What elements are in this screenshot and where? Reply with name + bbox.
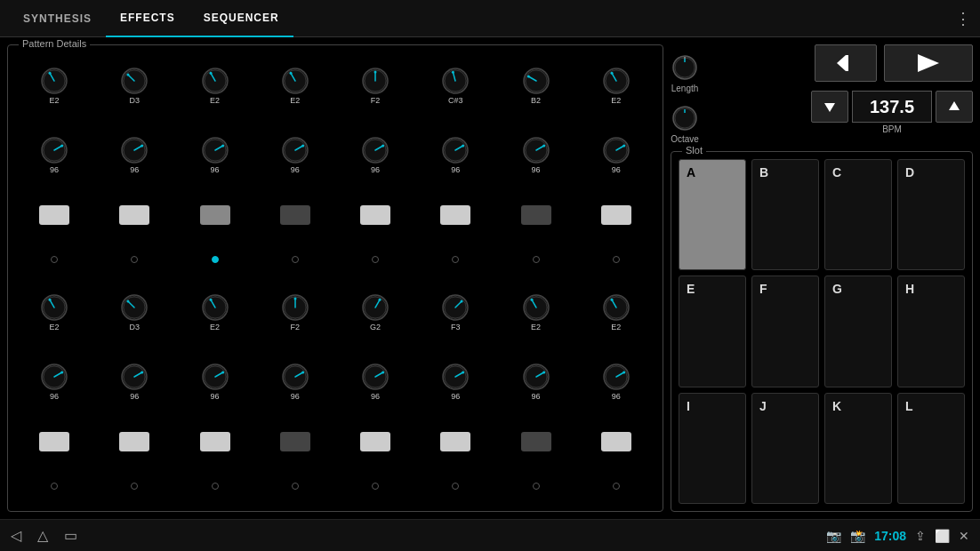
svg-line-113 <box>451 91 452 92</box>
note-knob-r2-s1[interactable]: E2 <box>40 293 68 331</box>
seq-button-r1-s3[interactable] <box>200 205 230 225</box>
svg-line-117 <box>444 76 446 77</box>
vel-knob-r1-s8[interactable]: 96 <box>602 136 631 174</box>
seq-button-r1-s8[interactable] <box>601 205 631 225</box>
bpm-up-button[interactable] <box>936 91 973 123</box>
svg-line-495 <box>43 381 44 382</box>
slot-cell-j[interactable]: J <box>751 393 819 504</box>
slot-cell-h[interactable]: H <box>897 276 965 387</box>
seq-button-r1-s4[interactable] <box>280 205 310 225</box>
screen-icon[interactable]: ⬜ <box>935 529 950 543</box>
tab-synthesis[interactable]: SYNTHESIS <box>9 0 106 37</box>
vel-knob-r1-s6[interactable]: 96 <box>441 136 470 174</box>
note-knob-r2-s3[interactable]: E2 <box>201 293 229 331</box>
slot-cell-k[interactable]: K <box>824 393 892 504</box>
slot-cell-d[interactable]: D <box>897 159 965 270</box>
vel-knob-r1-s1[interactable]: 96 <box>40 136 68 174</box>
svg-line-105 <box>460 69 461 71</box>
vel-knob-r1-s7[interactable]: 96 <box>522 136 550 174</box>
vel-knob-r2-s7[interactable]: 96 <box>522 363 550 401</box>
vel-knob-r2-s5[interactable]: 96 <box>361 363 390 401</box>
note-knob-r2-s8[interactable]: E2 <box>602 293 631 331</box>
note-knob-r1-s3[interactable]: E2 <box>201 67 229 105</box>
note-knob-r1-s2[interactable]: D3 <box>120 67 149 105</box>
close-icon[interactable]: ✕ <box>959 529 969 543</box>
svg-line-217 <box>204 146 205 147</box>
bpm-controls: 137.5 <box>811 91 973 123</box>
length-knob[interactable] <box>671 53 699 82</box>
slot-cell-l[interactable]: L <box>897 393 965 504</box>
svg-line-565 <box>380 365 381 367</box>
note-knob-r2-s7[interactable]: E2 <box>522 293 550 331</box>
note-knob-r2-s6[interactable]: F3 <box>441 293 470 331</box>
vel-knob-r2-s3[interactable]: 96 <box>201 363 229 401</box>
seq-button-r2-s5[interactable] <box>360 432 390 451</box>
svg-line-71 <box>299 91 300 92</box>
seq-button-r2-s3[interactable] <box>200 432 230 451</box>
svg-line-229 <box>305 155 307 156</box>
svg-line-67 <box>305 76 307 77</box>
back-icon[interactable]: ◁ <box>11 527 21 544</box>
slot-cell-i[interactable]: I <box>679 393 746 504</box>
seq-button-r1-s7[interactable] <box>521 205 551 225</box>
svg-line-503 <box>130 365 131 367</box>
slot-cell-c[interactable]: C <box>824 159 892 270</box>
note-knob-r1-s4[interactable]: E2 <box>281 67 309 105</box>
seq-button-r2-s4[interactable] <box>280 432 310 451</box>
menu-dots-icon[interactable]: ⋮ <box>955 9 971 28</box>
screenshot-icon[interactable]: 📸 <box>850 529 865 543</box>
seq-button-r2-s7[interactable] <box>521 432 551 451</box>
note-knob-r2-s5[interactable]: G2 <box>361 293 390 331</box>
note-knob-r2-s2[interactable]: D3 <box>120 293 149 331</box>
slot-cell-b[interactable]: B <box>751 159 819 270</box>
vel-knob-r1-s4[interactable]: 96 <box>281 136 309 174</box>
note-knob-r1-s5[interactable]: F2 <box>361 67 390 105</box>
svg-line-537 <box>204 372 205 373</box>
seq-button-r1-s2[interactable] <box>119 205 149 225</box>
seq-button-r1-s6[interactable] <box>440 205 470 225</box>
vel-knob-r1-s3[interactable]: 96 <box>201 136 229 174</box>
slot-cell-e[interactable]: E <box>679 276 746 387</box>
vel-knob-r2-s4[interactable]: 96 <box>281 363 309 401</box>
slot-cell-f[interactable]: F <box>751 276 819 387</box>
tab-sequencer[interactable]: SEQUENCER <box>189 0 293 37</box>
note-knob-r1-s6[interactable]: C#3 <box>441 67 470 105</box>
slot-cell-g[interactable]: G <box>824 276 892 387</box>
seq-button-r1-s5[interactable] <box>360 205 390 225</box>
seq-button-r1-s1[interactable] <box>39 205 69 225</box>
svg-line-567 <box>385 372 387 373</box>
vel-knob-r2-s2[interactable]: 96 <box>120 363 149 401</box>
vel-knob-r2-s8[interactable]: 96 <box>602 363 631 401</box>
svg-line-573 <box>371 387 372 388</box>
note-knob-r2-s4[interactable]: F2 <box>281 293 309 331</box>
tab-effects[interactable]: EFFECTS <box>106 0 189 37</box>
svg-line-593 <box>451 387 452 388</box>
vel-knob-r1-s5[interactable]: 96 <box>361 136 390 174</box>
octave-knob[interactable] <box>671 104 699 132</box>
svg-line-75 <box>284 85 285 86</box>
svg-line-155 <box>605 85 606 86</box>
vel-knob-r1-s2[interactable]: 96 <box>120 136 149 174</box>
note-knob-r1-s1[interactable]: E2 <box>40 67 68 105</box>
slot-cell-a[interactable]: A <box>679 159 746 270</box>
seq-button-r2-s8[interactable] <box>601 432 631 451</box>
svg-line-569 <box>385 381 387 382</box>
svg-line-603 <box>531 365 532 367</box>
play-button[interactable] <box>884 44 973 82</box>
dot-r2-s2 <box>131 483 138 490</box>
bpm-display: 137.5 <box>852 91 932 123</box>
camera-icon[interactable]: 📷 <box>826 529 841 543</box>
seq-button-r2-s2[interactable] <box>119 432 149 451</box>
svg-line-175 <box>43 155 44 156</box>
vel-knob-r2-s1[interactable]: 96 <box>40 363 68 401</box>
vel-knob-r2-s6[interactable]: 96 <box>441 363 470 401</box>
bpm-down-button[interactable] <box>811 91 848 123</box>
note-knob-r1-s7[interactable]: B2 <box>522 67 550 105</box>
seq-button-r2-s6[interactable] <box>440 432 470 451</box>
seq-button-r2-s1[interactable] <box>39 432 69 451</box>
share-icon[interactable]: ⇪ <box>915 529 926 543</box>
home-icon[interactable]: △ <box>37 527 48 544</box>
note-knob-r1-s8[interactable]: E2 <box>602 67 631 105</box>
rewind-button[interactable] <box>815 44 877 82</box>
recents-icon[interactable]: ▭ <box>64 527 77 544</box>
